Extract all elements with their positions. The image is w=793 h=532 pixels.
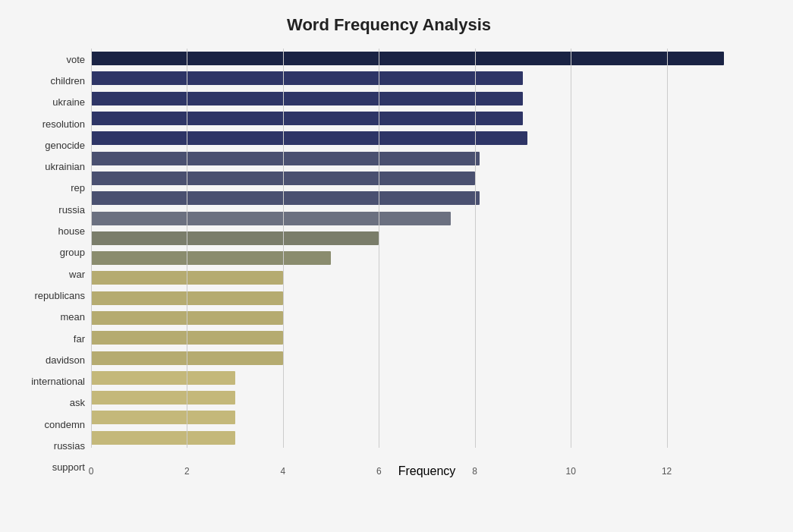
bar-support — [91, 431, 235, 445]
bar-international — [91, 351, 283, 365]
y-label-republicans: republicans — [35, 291, 86, 301]
y-label-house: house — [58, 226, 85, 236]
bar-row-vote — [91, 50, 763, 67]
y-label-rep: rep — [71, 183, 85, 193]
y-label-far: far — [74, 334, 85, 344]
bar-row-republicans — [91, 269, 763, 286]
bar-row-international — [91, 350, 763, 367]
y-label-genocide: genocide — [45, 140, 85, 150]
bar-mean — [91, 291, 283, 305]
bar-republicans — [91, 271, 283, 285]
y-label-russia: russia — [58, 205, 85, 215]
bar-row-davidson — [91, 329, 763, 346]
bar-row-rep — [91, 170, 763, 187]
bar-row-russias — [91, 409, 763, 426]
bar-row-resolution — [91, 110, 763, 127]
bar-russias — [91, 411, 235, 424]
bar-ask — [91, 371, 235, 385]
bar-condemn — [91, 391, 235, 405]
bar-row-group — [91, 230, 763, 247]
y-axis: votechildrenukraineresolutiongenocideukr… — [15, 49, 91, 478]
bar-row-genocide — [91, 130, 763, 146]
y-label-davidson: davidson — [46, 355, 85, 365]
x-axis-title: Frequency — [91, 464, 763, 478]
bar-ukrainian — [91, 152, 480, 165]
y-label-ask: ask — [70, 398, 85, 408]
bar-davidson — [91, 331, 283, 345]
bar-genocide — [91, 131, 527, 145]
bar-group — [91, 231, 379, 245]
bar-row-ask — [91, 370, 763, 386]
chart-container: Word Frequency Analysis votechildrenukra… — [0, 0, 793, 532]
y-label-international: international — [31, 376, 85, 386]
y-label-resolution: resolution — [42, 119, 85, 129]
bar-house — [91, 212, 451, 225]
bar-row-condemn — [91, 389, 763, 406]
y-label-condemn: condemn — [45, 420, 85, 430]
bar-row-mean — [91, 290, 763, 307]
bar-far — [91, 311, 283, 325]
y-label-vote: vote — [66, 55, 85, 65]
bar-vote — [91, 52, 724, 65]
bar-row-support — [91, 430, 763, 446]
bar-row-war — [91, 250, 763, 266]
y-label-children: children — [50, 76, 85, 86]
bar-russia — [91, 191, 480, 205]
chart-title: Word Frequency Analysis — [15, 15, 763, 35]
bar-row-russia — [91, 190, 763, 206]
y-label-ukrainian: ukrainian — [45, 162, 85, 172]
y-label-mean: mean — [60, 312, 85, 322]
bar-row-ukrainian — [91, 150, 763, 167]
y-label-group: group — [60, 247, 85, 257]
bar-ukraine — [91, 92, 523, 105]
bar-row-house — [91, 210, 763, 227]
y-label-russias: russias — [54, 441, 85, 451]
bar-row-ukraine — [91, 90, 763, 107]
bar-rep — [91, 172, 475, 185]
bar-children — [91, 71, 523, 85]
y-label-support: support — [52, 462, 85, 472]
bar-resolution — [91, 112, 523, 125]
bar-row-children — [91, 70, 763, 87]
bar-row-far — [91, 310, 763, 326]
y-label-war: war — [69, 269, 85, 279]
bar-war — [91, 251, 331, 265]
y-label-ukraine: ukraine — [52, 97, 85, 107]
